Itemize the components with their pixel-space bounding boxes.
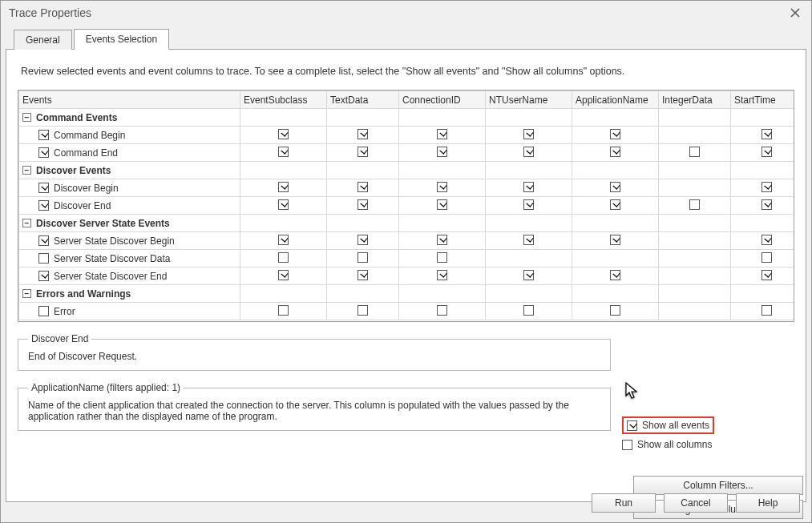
cell-checkbox[interactable] [358, 199, 368, 210]
cell-checkbox[interactable] [358, 147, 368, 157]
cell-checkbox[interactable] [358, 235, 368, 245]
cancel-button[interactable]: Cancel [664, 493, 728, 513]
collapse-icon[interactable]: − [22, 289, 31, 298]
cell-checkbox[interactable] [762, 182, 772, 192]
events-grid: Events EventSubclass TextData Connection… [18, 90, 794, 322]
cell-checkbox[interactable] [523, 305, 534, 316]
event-label: Command End [54, 147, 118, 159]
cell-checkbox[interactable] [278, 270, 289, 280]
cell-checkbox[interactable] [523, 270, 534, 280]
cell-checkbox[interactable] [523, 235, 534, 245]
column-filters-button[interactable]: Column Filters... [633, 476, 803, 495]
cell-checkbox[interactable] [437, 235, 447, 245]
cell-checkbox[interactable] [278, 305, 289, 316]
cell-checkbox[interactable] [437, 182, 447, 192]
run-button[interactable]: Run [592, 493, 656, 513]
col-events[interactable]: Events [19, 91, 240, 109]
cell-checkbox[interactable] [278, 147, 289, 157]
cell-checkbox[interactable] [610, 182, 620, 192]
cell-checkbox[interactable] [437, 252, 447, 263]
events-grid-scroll[interactable]: Events EventSubclass TextData Connection… [18, 91, 794, 321]
event-label: Command Begin [54, 130, 125, 141]
cell-checkbox[interactable] [358, 182, 368, 192]
dialog-buttons: Run Cancel Help [592, 493, 800, 513]
cell-checkbox[interactable] [437, 305, 447, 316]
collapse-icon[interactable]: − [22, 113, 31, 122]
cell-checkbox[interactable] [278, 129, 289, 139]
show-all-events-checkbox[interactable] [627, 420, 637, 431]
cell-checkbox[interactable] [610, 199, 620, 210]
event-checkbox[interactable] [38, 271, 49, 281]
cell-checkbox[interactable] [689, 199, 700, 210]
cell-checkbox[interactable] [762, 147, 772, 157]
filters-heading: ApplicationName (filters applied: 1) [28, 382, 184, 393]
cell-checkbox[interactable] [762, 252, 772, 263]
cell-checkbox[interactable] [523, 129, 534, 139]
cell-checkbox[interactable] [610, 270, 620, 280]
group-label: Command Events [36, 112, 117, 123]
description-group: Discover End End of Discover Request. [18, 333, 611, 371]
cell-checkbox[interactable] [610, 305, 620, 316]
cell-checkbox[interactable] [610, 147, 620, 157]
cell-checkbox[interactable] [762, 270, 772, 280]
col-connectionid[interactable]: ConnectionID [399, 91, 486, 109]
col-starttime[interactable]: StartTime [731, 91, 794, 109]
cell-checkbox[interactable] [762, 305, 772, 316]
show-all-options: Show all events Show all columns [622, 416, 750, 452]
event-row: Error [19, 303, 794, 320]
tab-general[interactable]: General [14, 30, 72, 50]
cell-checkbox[interactable] [358, 270, 368, 280]
event-checkbox[interactable] [38, 183, 49, 193]
cell-checkbox[interactable] [437, 147, 447, 157]
event-row: Discover End [19, 197, 794, 215]
collapse-icon[interactable]: − [22, 166, 31, 175]
tab-events-selection[interactable]: Events Selection [74, 29, 169, 50]
col-eventsubclass[interactable]: EventSubclass [240, 91, 327, 109]
event-checkbox[interactable] [38, 200, 49, 211]
col-ntusername[interactable]: NTUserName [486, 91, 572, 109]
cell-checkbox[interactable] [762, 235, 772, 245]
cell-checkbox[interactable] [278, 235, 289, 245]
col-applicationname[interactable]: ApplicationName [572, 91, 659, 109]
cell-checkbox[interactable] [358, 252, 368, 263]
col-textdata[interactable]: TextData [327, 91, 399, 109]
col-integerdata[interactable]: IntegerData [659, 91, 731, 109]
collapse-icon[interactable]: − [22, 219, 31, 227]
cell-checkbox[interactable] [689, 147, 700, 157]
event-label: Server State Discover End [54, 271, 167, 282]
event-checkbox[interactable] [38, 235, 49, 246]
cell-checkbox[interactable] [278, 199, 289, 210]
cell-checkbox[interactable] [762, 199, 772, 210]
help-button[interactable]: Help [736, 493, 800, 513]
event-checkbox[interactable] [38, 306, 49, 316]
cell-checkbox[interactable] [358, 129, 368, 139]
description-text: End of Discover Request. [28, 351, 602, 362]
titlebar: Trace Properties [1, 1, 811, 25]
group-label: Discover Events [36, 165, 111, 176]
cell-checkbox[interactable] [278, 182, 289, 192]
event-checkbox[interactable] [38, 130, 49, 140]
cell-checkbox[interactable] [523, 182, 534, 192]
event-label: Server State Discover Data [54, 253, 170, 264]
event-row: Server State Discover Begin [19, 232, 794, 250]
cell-checkbox[interactable] [523, 199, 534, 210]
instruction-text: Review selected events and event columns… [21, 66, 794, 77]
cell-checkbox[interactable] [278, 252, 289, 263]
cell-checkbox[interactable] [523, 147, 534, 157]
cell-checkbox[interactable] [437, 199, 447, 210]
group-row: −Discover Server State Events [19, 215, 794, 232]
cell-checkbox[interactable] [437, 129, 447, 139]
event-checkbox[interactable] [38, 253, 49, 264]
show-all-events-label: Show all events [642, 420, 709, 431]
cell-checkbox[interactable] [610, 129, 620, 139]
close-icon[interactable] [786, 3, 805, 22]
event-checkbox[interactable] [38, 147, 49, 158]
cell-checkbox[interactable] [610, 235, 620, 245]
event-row: Server State Discover End [19, 268, 794, 285]
cell-checkbox[interactable] [437, 270, 447, 280]
show-all-columns-checkbox[interactable] [622, 440, 632, 450]
event-row: Command End [19, 144, 794, 162]
cell-checkbox[interactable] [358, 305, 368, 316]
group-row: −Errors and Warnings [19, 285, 794, 303]
cell-checkbox[interactable] [762, 129, 772, 139]
